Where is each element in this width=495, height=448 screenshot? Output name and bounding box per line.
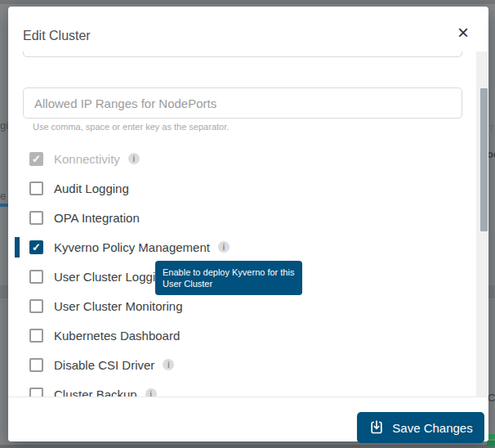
save-button-label: Save Changes — [392, 421, 472, 435]
edit-cluster-dialog: Edit Cluster × Use comma, space or enter… — [8, 7, 488, 441]
dialog-scroll-content: Use comma, space or enter key as the sep… — [8, 52, 488, 396]
checkbox-label[interactable]: User Cluster Monitoring — [54, 299, 183, 313]
checkbox[interactable]: ✓ — [29, 388, 43, 397]
save-icon — [368, 419, 385, 436]
checkbox-label[interactable]: OPA Integration — [54, 211, 140, 225]
backdrop-tab-underline-fragment — [0, 204, 8, 207]
backdrop-text-fragment: e — [0, 190, 7, 202]
info-icon[interactable]: i — [163, 359, 174, 370]
checkbox-row-user-cluster-monitoring: ✓ User Cluster Monitoring — [29, 298, 183, 314]
dialog-title: Edit Cluster — [23, 29, 91, 43]
checkbox[interactable]: ✓ — [29, 181, 43, 195]
checkbox[interactable]: ✓ — [29, 240, 43, 254]
checkbox-label[interactable]: Disable CSI Driver — [54, 358, 154, 372]
close-icon[interactable]: × — [452, 21, 475, 44]
checkbox-row-cluster-backup: ✓ Cluster Backup i — [29, 386, 157, 396]
focused-row-indicator — [15, 237, 20, 258]
checkbox-row-kubernetes-dashboard: ✓ Kubernetes Dashboard — [29, 327, 180, 343]
info-icon[interactable]: i — [145, 388, 157, 396]
checkbox[interactable]: ✓ — [29, 211, 43, 225]
info-icon[interactable]: i — [218, 241, 230, 253]
checkbox[interactable]: ✓ — [29, 299, 43, 313]
backdrop-bottom-strip — [0, 445, 495, 448]
checkbox-row-opa-integration: ✓ OPA Integration — [29, 209, 140, 226]
backdrop-top-strip — [0, 0, 495, 4]
checkbox-label[interactable]: Kyverno Policy Management — [54, 240, 210, 254]
dialog-footer: Save Changes — [8, 396, 488, 441]
scrollbar-thumb[interactable] — [480, 88, 488, 231]
checkbox-row-kyverno: ✓ Kyverno Policy Management i — [29, 239, 230, 255]
checkbox-row-disable-csi-driver: ✓ Disable CSI Driver i — [29, 356, 174, 373]
checkbox-label[interactable]: Kubernetes Dashboard — [54, 329, 180, 343]
ip-ranges-input[interactable] — [24, 88, 462, 118]
checkbox-row-user-cluster-logging: ✓ User Cluster Logging — [29, 268, 169, 284]
clipped-top-field[interactable] — [23, 52, 462, 57]
checkbox[interactable]: ✓ — [29, 270, 43, 284]
checkbox-row-konnectivity: ✓ Konnectivity i — [29, 150, 140, 167]
backdrop-text-fragment: T — [488, 123, 495, 134]
checkbox-label[interactable]: Cluster Backup — [54, 388, 137, 397]
checkbox: ✓ — [29, 152, 43, 166]
ip-ranges-field-wrap — [23, 87, 462, 119]
checkbox[interactable]: ✓ — [29, 329, 43, 343]
checkbox-label[interactable]: User Cluster Logging — [54, 270, 169, 284]
kyverno-tooltip: Enable to deploy Kyverno for this User C… — [155, 261, 302, 295]
save-changes-button[interactable]: Save Changes — [357, 412, 484, 443]
checkbox-row-audit-logging: ✓ Audit Logging — [29, 180, 129, 196]
backdrop-text-fragment: gi — [0, 120, 8, 132]
checkbox[interactable]: ✓ — [29, 358, 43, 372]
info-icon[interactable]: i — [128, 153, 140, 164]
checkbox-label[interactable]: Audit Logging — [54, 181, 129, 195]
ip-ranges-helper-text: Use comma, space or enter key as the sep… — [33, 122, 229, 132]
backdrop-text-fragment: C — [488, 392, 495, 404]
checkbox-label: Konnectivity — [54, 152, 120, 166]
